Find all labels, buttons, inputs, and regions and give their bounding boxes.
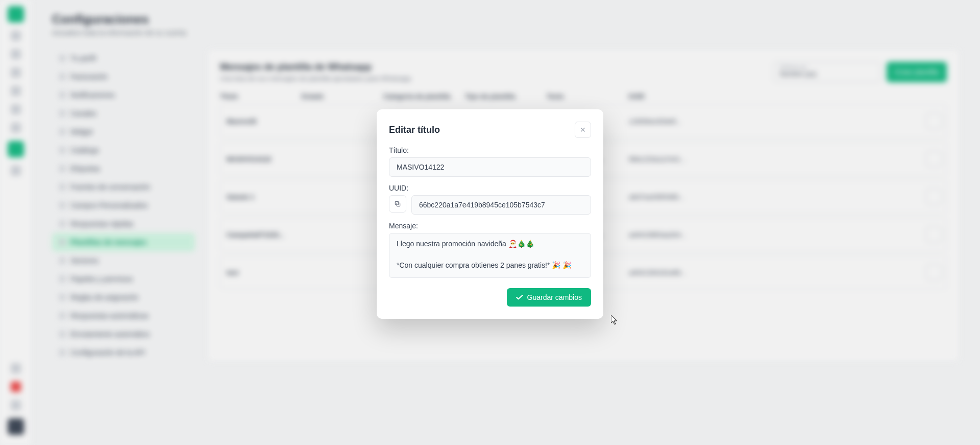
- label-mensaje: Mensaje:: [389, 222, 591, 230]
- save-label: Guardar cambios: [527, 293, 582, 301]
- modal-title: Editar título: [389, 125, 440, 135]
- titulo-input[interactable]: [389, 157, 591, 177]
- copy-icon: [394, 200, 401, 207]
- label-uuid: UUID:: [389, 184, 591, 192]
- check-icon: [516, 295, 523, 300]
- label-titulo: Título:: [389, 146, 591, 154]
- edit-title-modal: Editar título ✕ Título: UUID: 66bc220a1a…: [377, 109, 603, 319]
- mensaje-textarea[interactable]: Llego nuestra promoción navideña 🎅🎄🎄*Con…: [389, 233, 591, 278]
- mouse-cursor: [611, 315, 618, 325]
- copy-uuid-button[interactable]: [389, 195, 406, 213]
- modal-overlay[interactable]: Editar título ✕ Título: UUID: 66bc220a1a…: [0, 0, 980, 445]
- save-button[interactable]: Guardar cambios: [507, 288, 591, 307]
- uuid-display: 66bc220a1a7e419b8945ce105b7543c7: [411, 195, 591, 215]
- close-icon: ✕: [580, 126, 586, 134]
- close-button[interactable]: ✕: [575, 122, 591, 138]
